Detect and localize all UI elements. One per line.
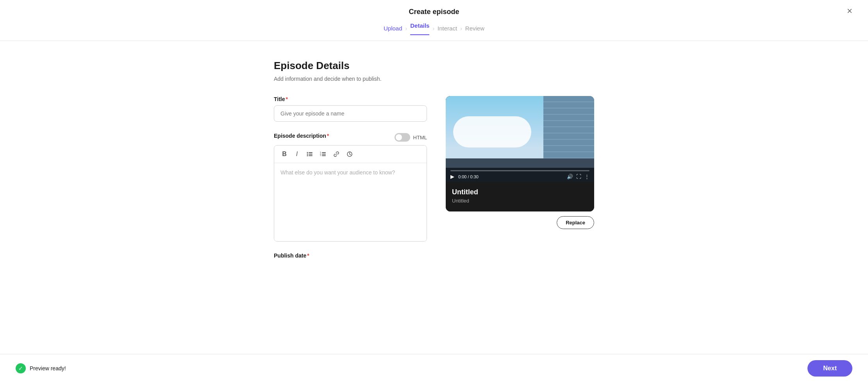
modal-footer: ✓ Preview ready! Next [0,354,868,382]
time-display: 0:00 / 0:30 [458,174,479,179]
title-input[interactable] [274,105,427,122]
step-interact[interactable]: Interact [438,25,457,32]
description-placeholder: What else do you want your audience to k… [280,169,395,176]
more-options-icon[interactable]: ⋮ [584,174,589,179]
toggle-knob [396,134,402,140]
step-upload[interactable]: Upload [384,25,402,32]
publish-date-label: Publish date [274,252,306,259]
chevron-icon-2: › [432,25,434,32]
stepper: Upload › Details › Interact › Review [384,22,484,34]
replace-button[interactable]: Replace [557,216,594,229]
step-review-label: Review [465,25,484,32]
description-label: Episode description * [274,133,329,139]
html-toggle-group: HTML [395,133,427,142]
fullscreen-icon[interactable]: ⛶ [576,174,581,179]
controls-row: ▶ 0:00 / 0:30 🔊 ⛶ ⋮ [450,174,589,179]
form-row: Title * Episode description * [274,96,594,259]
html-toggle-switch[interactable] [395,133,410,142]
step-review[interactable]: Review [465,25,484,32]
publish-date-required-star: * [307,252,309,259]
video-controls: ▶ 0:00 / 0:30 🔊 ⛶ ⋮ [446,168,594,182]
form-left: Title * Episode description * [274,96,427,259]
preview-label: Preview ready! [30,365,66,371]
embed-button[interactable] [344,149,355,160]
embed-icon [346,151,353,157]
chevron-icon-1: › [405,25,407,32]
section-subtitle: Add information and decide when to publi… [274,76,594,82]
ordered-list-button[interactable]: 1. 2. 3. [317,149,329,160]
controls-left: ▶ 0:00 / 0:30 [450,174,479,179]
section-title: Episode Details [274,60,594,72]
italic-button[interactable]: I [291,149,302,160]
cloud-shape [453,116,531,147]
step-upload-label: Upload [384,25,402,32]
editor-toolbar: B I [274,146,427,163]
preview-status: ✓ Preview ready! [16,363,66,373]
unordered-list-button[interactable] [304,149,316,160]
modal: Create episode Upload › Details › Intera… [0,0,868,382]
svg-rect-5 [309,155,313,156]
svg-point-2 [307,154,308,155]
svg-rect-3 [309,154,313,155]
description-header: Episode description * HTML [274,133,427,142]
modal-content: Episode Details Add information and deci… [0,41,868,382]
unordered-list-icon [307,151,313,157]
next-button[interactable]: Next [807,360,852,377]
description-required-star: * [327,133,329,139]
close-button[interactable]: × [847,6,852,16]
rich-text-editor: B I [274,145,427,242]
modal-header: Create episode Upload › Details › Intera… [0,0,868,41]
svg-rect-11 [322,155,326,156]
check-circle-icon: ✓ [16,363,26,373]
video-preview: ▶ 0:00 / 0:30 🔊 ⛶ ⋮ [446,96,594,211]
video-subtitle: Untitled [452,198,588,204]
link-icon [333,151,339,157]
description-field-group: Episode description * HTML [274,133,427,242]
form-right: ▶ 0:00 / 0:30 🔊 ⛶ ⋮ [446,96,594,229]
content-inner: Episode Details Add information and deci… [258,60,610,343]
progress-bar[interactable] [450,170,589,171]
modal-title: Create episode [409,8,459,16]
title-field-group: Title * [274,96,427,122]
ordered-list-icon: 1. 2. 3. [320,151,326,157]
description-editor-body[interactable]: What else do you want your audience to k… [274,163,427,241]
title-required-star: * [286,96,288,102]
publish-date-label-group: Publish date * [274,252,427,259]
video-title: Untitled [452,188,588,196]
chevron-icon-3: › [460,25,462,32]
svg-point-0 [307,152,308,153]
controls-right: 🔊 ⛶ ⋮ [567,174,589,179]
volume-icon[interactable]: 🔊 [567,174,573,179]
step-interact-label: Interact [438,25,457,32]
svg-rect-9 [322,154,326,155]
svg-point-4 [307,155,308,156]
bold-button[interactable]: B [279,149,290,160]
svg-rect-7 [322,152,326,153]
step-details[interactable]: Details [410,22,429,35]
video-info: Untitled Untitled [446,182,594,211]
svg-text:3.: 3. [320,154,321,156]
step-details-label: Details [410,22,429,29]
link-button[interactable] [330,149,342,160]
title-label: Title * [274,96,427,102]
svg-rect-1 [309,152,313,153]
video-thumbnail: ▶ 0:00 / 0:30 🔊 ⛶ ⋮ [446,96,594,182]
play-icon[interactable]: ▶ [450,174,454,179]
html-toggle-label: HTML [413,135,427,140]
